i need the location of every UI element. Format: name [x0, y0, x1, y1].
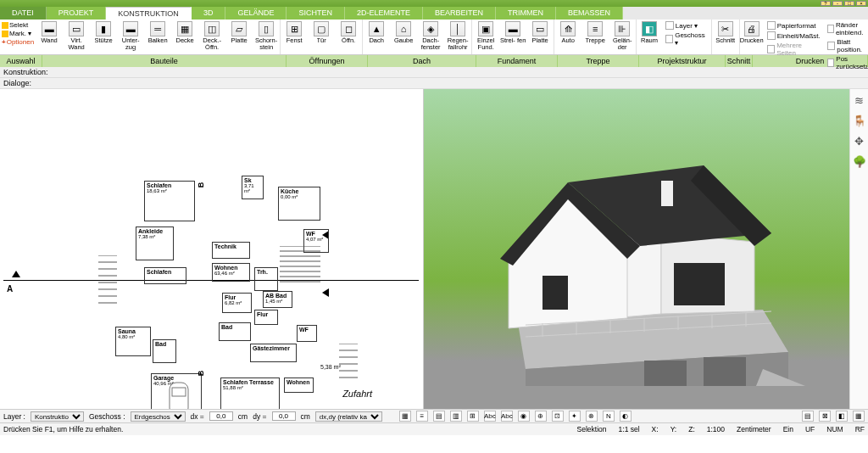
deckoeffn-button[interactable]: ◫Deck.- Öffn. — [198, 20, 225, 54]
tool-icon[interactable]: ▦ — [399, 411, 411, 422]
tool-icon[interactable]: ▤ — [433, 411, 445, 422]
layer-dropdown[interactable]: Layer ▾ — [676, 22, 698, 30]
room-name: Flur — [225, 294, 249, 300]
decke-button[interactable]: ▦Decke — [171, 20, 198, 54]
mark-dropdown[interactable]: Mark. ▾ — [9, 30, 31, 37]
gaube-button[interactable]: ⌂Gaube — [390, 20, 417, 54]
tool-icon[interactable]: ≡ — [416, 411, 428, 422]
room-box[interactable]: Schlafen — [144, 267, 186, 284]
room-box[interactable]: Wohnen63,46 m² — [212, 263, 250, 282]
streifen-button[interactable]: ▬Strei- fen — [499, 20, 526, 54]
room-box[interactable]: Sk3,71 m² — [242, 176, 264, 199]
virt-wand-button[interactable]: ▭Virt. Wand — [63, 20, 90, 54]
drucken-button[interactable]: 🖨Drucken — [740, 20, 764, 54]
room-box[interactable]: Küche0,00 m² — [278, 187, 320, 221]
tab-datei[interactable]: DATEI — [0, 7, 47, 20]
tool-icon[interactable]: ⊗ — [586, 411, 598, 422]
gelaender-button[interactable]: ⊪Gelän- der — [609, 20, 636, 54]
einzelfund-button[interactable]: ▣Einzel Fund. — [472, 20, 499, 54]
room-box[interactable]: Ankleide7,38 m² — [136, 226, 174, 260]
dach-button[interactable]: ▲Dach — [363, 20, 390, 54]
close-button[interactable]: × — [856, 1, 866, 6]
tool-icon[interactable]: Abc — [484, 411, 496, 422]
max-button[interactable]: □ — [844, 1, 854, 6]
tool-icon[interactable]: ▤ — [802, 411, 814, 422]
stuetze-button[interactable]: ▮Stütze — [90, 20, 117, 54]
schnitt-button[interactable]: ✂Schnitt — [712, 20, 739, 54]
tree-icon[interactable]: 🌳 — [853, 155, 866, 169]
auto-button[interactable]: ⟰Auto — [554, 20, 581, 54]
status-unit: Zentimeter — [737, 425, 771, 433]
room-box[interactable]: Wohnen — [284, 378, 314, 393]
3d-render-view[interactable] — [424, 89, 849, 409]
tab-trimmen[interactable]: TRIMMEN — [496, 7, 556, 20]
papierformat-button[interactable]: Papierformat — [767, 21, 821, 30]
tool-icon[interactable]: ▥ — [450, 411, 462, 422]
tab-projekt[interactable]: PROJEKT — [47, 7, 107, 20]
room-box[interactable]: Sauna4,80 m² — [115, 327, 151, 356]
dx-input[interactable] — [209, 411, 233, 421]
fallrohr-button[interactable]: │Regen- fallrohr — [444, 20, 471, 54]
room-box[interactable]: Schlafen Terrasse51,88 m² — [220, 378, 280, 409]
floorplan-view[interactable]: A Schlafen18,63 m²Ankleide7,38 m²Schlafe… — [0, 89, 424, 409]
tool-icon[interactable]: ✦ — [569, 411, 581, 422]
tab-bemassen[interactable]: BEMASSEN — [556, 7, 623, 20]
room-box[interactable]: Bad — [219, 322, 251, 341]
dachfenster-button[interactable]: ◈Dach- fenster — [417, 20, 444, 54]
room-box[interactable]: Trh. — [254, 267, 278, 291]
room-box[interactable]: Bad — [153, 339, 176, 363]
room-box[interactable]: Flur — [254, 310, 278, 325]
tool-icon[interactable]: ⊠ — [819, 411, 831, 422]
geschoss-select[interactable]: Erdgeschos — [131, 411, 186, 422]
move-icon[interactable]: ✥ — [853, 135, 866, 148]
tool-icon[interactable]: N — [603, 411, 615, 422]
svg-rect-31 — [674, 263, 725, 305]
layer-select[interactable]: Konstruktio — [31, 411, 84, 422]
tool-icon[interactable]: ⊡ — [552, 411, 564, 422]
print-options1: Papierformat Einheit/Maßst. Mehrere Seit… — [764, 20, 824, 54]
tool-icon[interactable]: Abc — [501, 411, 513, 422]
room-box[interactable]: Schlafen18,63 m² — [144, 181, 195, 221]
oeffnung-button[interactable]: ◻Öffn. — [335, 20, 362, 54]
blatt-button[interactable]: Blatt position. — [827, 38, 868, 53]
room-box[interactable]: Gästezimmer — [250, 344, 297, 362]
tool-icon[interactable]: ◐ — [620, 411, 632, 422]
tool-icon[interactable]: ⊞ — [467, 411, 479, 422]
room-box[interactable]: Technik — [212, 242, 250, 259]
unterzug-button[interactable]: ▬Unter- zug — [117, 20, 144, 54]
furniture-icon[interactable]: 🪑 — [853, 115, 866, 128]
tab-bearbeiten[interactable]: BEARBEITEN — [423, 7, 496, 20]
tool-icon[interactable]: ◉ — [518, 411, 530, 422]
tool-icon[interactable]: ⊕ — [535, 411, 547, 422]
wand-button[interactable]: ▬Wand — [36, 20, 63, 54]
help-button[interactable]: ? — [821, 1, 831, 6]
room-box[interactable]: Flur6,82 m² — [222, 293, 252, 313]
einheit-button[interactable]: Einheit/Maßst. — [767, 31, 821, 40]
tuer-button[interactable]: ▢Tür — [308, 20, 335, 54]
min-button[interactable]: - — [832, 1, 843, 6]
tool-icon[interactable]: ▦ — [853, 411, 865, 422]
selekt-button[interactable]: Selekt — [9, 21, 28, 29]
treppe-button[interactable]: ≡Treppe — [581, 20, 609, 54]
tab-2d-elemente[interactable]: 2D-ELEMENTE — [345, 7, 423, 20]
platte-button[interactable]: ▱Platte — [225, 20, 253, 54]
geschoss-dropdown[interactable]: Geschoss ▾ — [675, 31, 708, 47]
platte2-button[interactable]: ▭Platte — [526, 20, 554, 54]
tab-3d[interactable]: 3D — [192, 7, 226, 20]
balken-button[interactable]: ═Balken — [144, 20, 171, 54]
room-icon: ◧ — [642, 21, 657, 36]
schornstein-button[interactable]: ▯Schorn- stein — [253, 20, 280, 54]
room-box[interactable]: WF — [297, 325, 317, 342]
layers-toggle-icon[interactable]: ≋ — [853, 94, 866, 108]
group-label-fundament: Fundament — [476, 55, 558, 67]
raum-button[interactable]: ◧Raum — [637, 20, 662, 54]
tool-icon[interactable]: ◧ — [836, 411, 848, 422]
tab-sichten[interactable]: SICHTEN — [287, 7, 345, 20]
dy-input[interactable] — [272, 411, 296, 421]
raender-button[interactable]: Ränder einblend. — [827, 21, 868, 36]
tab-gelaende[interactable]: GELÄNDE — [225, 7, 287, 20]
fenster-button[interactable]: ⊞Fenst — [281, 20, 308, 54]
mode-select[interactable]: dx,dy (relativ ka — [315, 411, 382, 422]
optionen-button[interactable]: Optionen — [7, 38, 34, 46]
tab-konstruktion[interactable]: KONSTRUKTION — [106, 7, 192, 20]
